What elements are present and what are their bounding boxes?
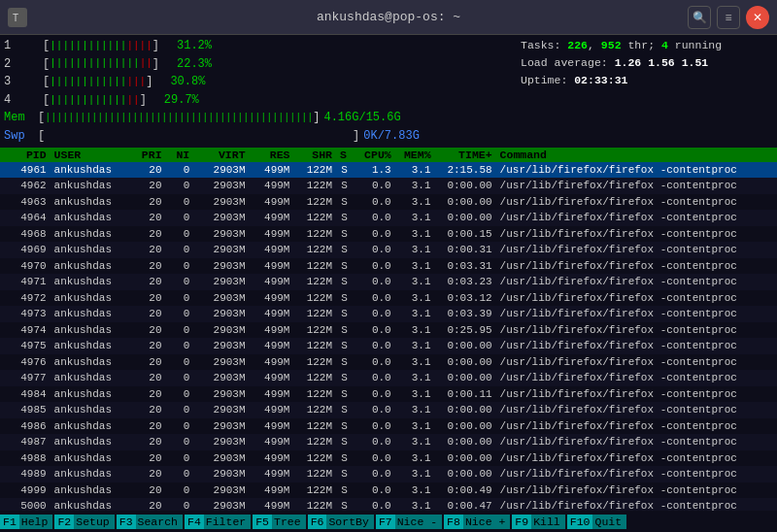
table-row[interactable]: 5000ankushdas2002903M499M122MS0.03.10:00…: [0, 498, 777, 511]
table-row[interactable]: 4962ankushdas2002903M499M122MS0.03.10:00…: [0, 178, 777, 194]
bottom-label-tree[interactable]: Tree: [272, 515, 306, 529]
tasks-label: Tasks:: [521, 37, 567, 54]
header-cmd: Command: [496, 148, 777, 162]
header-mem: MEM%: [395, 148, 435, 162]
header-pri: PRI: [134, 148, 166, 162]
bottom-label-nice--[interactable]: Nice -: [395, 515, 442, 529]
table-row[interactable]: 4985ankushdas2002903M499M122MS0.03.10:00…: [0, 402, 777, 418]
cpu-stats: 1 [ |||||||||||| |||| ] 31.2% 2 [ ||||||…: [4, 37, 521, 146]
table-row[interactable]: 4969ankushdas2002903M499M122MS0.03.10:00…: [0, 242, 777, 258]
header-ni: NI: [166, 148, 194, 162]
thr-count: 952: [601, 37, 622, 54]
tasks-count: 226: [567, 37, 588, 54]
stats-section: 1 [ |||||||||||| |||| ] 31.2% 2 [ ||||||…: [0, 35, 777, 148]
load-row: Load average: 1.26 1.56 1.51: [521, 54, 773, 72]
uptime-value: 02:33:31: [574, 72, 627, 89]
system-stats: Tasks: 226 , 952 thr; 4 running Load ave…: [521, 37, 773, 146]
header-s: S: [336, 148, 353, 162]
mem-label: Mem: [4, 109, 38, 127]
cpu3-label: 3: [4, 73, 43, 91]
table-row[interactable]: 4961ankushdas2002903M499M122MS1.33.12:15…: [0, 162, 777, 179]
load-1: 1.26: [615, 54, 642, 72]
table-row[interactable]: 4988ankushdas2002903M499M122MS0.03.10:00…: [0, 450, 777, 467]
cpu3-row: 3 [ |||||||||||| ||| ] 30.8%: [4, 73, 521, 91]
swp-bar: [45, 127, 353, 146]
bottom-key-f7[interactable]: F7: [376, 515, 395, 529]
header-virt: VIRT: [193, 148, 249, 162]
bottom-label-sortby[interactable]: SortBy: [326, 515, 373, 529]
bottom-key-f8[interactable]: F8: [444, 515, 463, 529]
bottom-key-f9[interactable]: F9: [512, 515, 531, 529]
load-5: 1.56: [648, 54, 675, 72]
swp-value: 0K/7.83G: [363, 127, 420, 146]
running-count: 4: [661, 37, 668, 54]
cpu4-label: 4: [4, 91, 43, 110]
close-button[interactable]: ✕: [746, 6, 769, 29]
cpu4-percent: 29.7%: [151, 91, 199, 110]
cpu4-row: 4 [ |||||||||||| || ] 29.7%: [4, 91, 521, 110]
table-row[interactable]: 4986ankushdas2002903M499M122MS0.03.10:00…: [0, 418, 777, 435]
bottom-label-setup[interactable]: Setup: [74, 515, 115, 529]
titlebar-controls: 🔍 ≡ ✕: [688, 6, 769, 29]
cpu1-percent: 31.2%: [163, 37, 212, 55]
table-row[interactable]: 4970ankushdas2002903M499M122MS0.03.10:03…: [0, 258, 777, 275]
titlebar-left: T: [8, 8, 27, 27]
cpu2-row: 2 [ |||||||||||||| || ] 22.3%: [4, 55, 521, 74]
header-time: TIME+: [435, 148, 496, 162]
uptime-label: Uptime:: [521, 72, 574, 89]
table-row[interactable]: 4987ankushdas2002903M499M122MS0.03.10:00…: [0, 434, 777, 450]
svg-text:T: T: [13, 13, 18, 23]
header-cpu: CPU%: [353, 148, 395, 162]
table-row[interactable]: 4976ankushdas2002903M499M122MS0.03.10:00…: [0, 354, 777, 371]
table-row[interactable]: 4963ankushdas2002903M499M122MS0.03.10:00…: [0, 194, 777, 211]
bottom-label-nice--[interactable]: Nice +: [463, 515, 510, 529]
table-row[interactable]: 4999ankushdas2002903M499M122MS0.03.10:00…: [0, 482, 777, 499]
table-row[interactable]: 4971ankushdas2002903M499M122MS0.03.10:03…: [0, 274, 777, 290]
process-table: PID USER PRI NI VIRT RES SHR S CPU% MEM%…: [0, 148, 777, 511]
titlebar: T ankushdas@pop-os: ~ 🔍 ≡ ✕: [0, 0, 777, 35]
table-row[interactable]: 4973ankushdas2002903M499M122MS0.03.10:03…: [0, 306, 777, 322]
bottom-key-f6[interactable]: F6: [308, 515, 327, 529]
table-row[interactable]: 4989ankushdas2002903M499M122MS0.03.10:00…: [0, 466, 777, 482]
bottom-label-quit[interactable]: Quit: [592, 515, 626, 529]
bottom-label-help[interactable]: Help: [19, 515, 53, 529]
table-row[interactable]: 4984ankushdas2002903M499M122MS0.03.10:00…: [0, 386, 777, 403]
process-list: 4961ankushdas2002903M499M122MS1.33.12:15…: [0, 162, 777, 511]
table-row[interactable]: 4972ankushdas2002903M499M122MS0.03.10:03…: [0, 290, 777, 307]
load-label: Load average:: [521, 54, 615, 72]
bottom-key-f4[interactable]: F4: [185, 515, 204, 529]
table-header: PID USER PRI NI VIRT RES SHR S CPU% MEM%…: [0, 148, 777, 162]
header-shr: SHR: [293, 148, 336, 162]
bottom-label-search[interactable]: Search: [136, 515, 183, 529]
load-15: 1.51: [682, 54, 709, 72]
table-row[interactable]: 4977ankushdas2002903M499M122MS0.03.10:00…: [0, 370, 777, 386]
bottom-key-f1[interactable]: F1: [0, 515, 19, 529]
terminal-icon: T: [8, 8, 27, 27]
bottom-key-f10[interactable]: F10: [567, 515, 593, 529]
cpu2-label: 2: [4, 55, 43, 74]
cpu1-row: 1 [ |||||||||||| |||| ] 31.2%: [4, 37, 521, 55]
cpu2-percent: 22.3%: [163, 55, 212, 74]
swp-row: Swp [ ] 0K/7.83G: [4, 127, 521, 146]
table-row[interactable]: 4974ankushdas2002903M499M122MS0.03.10:25…: [0, 322, 777, 339]
bottom-label-filter[interactable]: Filter: [204, 515, 251, 529]
uptime-row: Uptime: 02:33:31: [521, 72, 773, 89]
menu-button[interactable]: ≡: [717, 6, 740, 29]
search-button[interactable]: 🔍: [688, 6, 711, 29]
bottom-key-f2[interactable]: F2: [54, 515, 74, 529]
cpu3-percent: 30.8%: [156, 73, 205, 91]
bottom-bar: F1HelpF2SetupF3SearchF4FilterF5TreeF6Sor…: [0, 511, 777, 532]
terminal-area: 1 [ |||||||||||| |||| ] 31.2% 2 [ ||||||…: [0, 35, 777, 511]
titlebar-title: ankushdas@pop-os: ~: [317, 10, 460, 24]
table-row[interactable]: 4968ankushdas2002903M499M122MS0.03.10:00…: [0, 226, 777, 243]
bottom-label-kill[interactable]: Kill: [531, 515, 565, 529]
swp-label: Swp: [4, 127, 38, 146]
bottom-key-f3[interactable]: F3: [117, 515, 136, 529]
table-row[interactable]: 4964ankushdas2002903M499M122MS0.03.10:00…: [0, 210, 777, 226]
header-user: USER: [51, 148, 134, 162]
header-pid: PID: [0, 148, 51, 162]
cpu1-label: 1: [4, 37, 43, 55]
bottom-key-f5[interactable]: F5: [253, 515, 272, 529]
table-row[interactable]: 4975ankushdas2002903M499M122MS0.03.10:00…: [0, 338, 777, 354]
mem-row: Mem [ ||||||||||||||||||||||||||||||||||…: [4, 109, 521, 127]
